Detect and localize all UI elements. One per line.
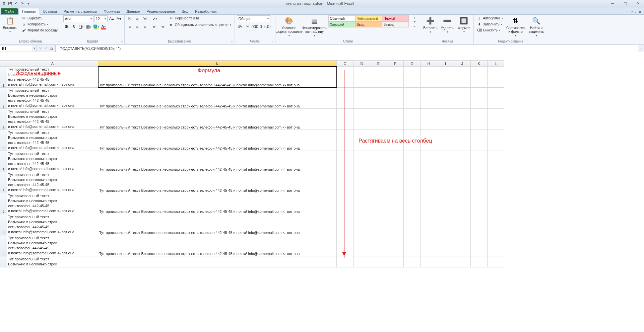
cell-empty[interactable] (437, 193, 454, 214)
align-top-icon[interactable]: ⇱ (127, 15, 133, 22)
name-box-dropdown-icon[interactable]: ▾ (32, 46, 37, 51)
save-icon[interactable]: 💾 (7, 1, 13, 6)
cell-empty[interactable] (353, 256, 370, 267)
cell-empty[interactable] (421, 151, 437, 172)
cell-empty[interactable] (488, 88, 504, 109)
fill-button[interactable]: ⬇Заполнить▾ (476, 21, 504, 27)
cell-empty[interactable] (353, 130, 370, 151)
tab-formulas[interactable]: Формулы (101, 8, 123, 14)
delete-cells-button[interactable]: ➖Удалить▾ (440, 15, 455, 34)
cell-formula-result[interactable]: Тут произвольный текст Возможно в нескол… (98, 130, 337, 151)
percent-icon[interactable]: % (244, 23, 251, 30)
cell-empty[interactable] (387, 256, 404, 267)
increase-indent-icon[interactable]: ⇥ (159, 23, 166, 30)
format-painter-button[interactable]: 🖌Формат по образцу (20, 27, 59, 33)
decrease-decimal-icon[interactable]: .0← (266, 23, 273, 30)
styles-down-icon[interactable]: ▾ (411, 20, 418, 24)
formula-expand-icon[interactable]: ⌄ (638, 45, 644, 52)
align-right-icon[interactable]: ≡ (141, 23, 148, 30)
row-header[interactable] (0, 256, 7, 267)
cell-empty[interactable] (353, 193, 370, 214)
style-input[interactable]: Ввод (355, 21, 382, 27)
cell-empty[interactable] (437, 151, 454, 172)
cell-empty[interactable] (421, 172, 437, 193)
row-header[interactable]: 5 (0, 151, 7, 172)
cell-empty[interactable] (337, 193, 353, 214)
decrease-indent-icon[interactable]: ⇤ (151, 23, 158, 30)
cell-empty[interactable] (454, 214, 471, 235)
minimize-icon[interactable]: ─ (608, 1, 617, 6)
cancel-formula-icon[interactable]: ✕ (39, 46, 42, 51)
cell-empty[interactable] (471, 151, 488, 172)
cell-empty[interactable] (454, 109, 471, 130)
column-header-E[interactable]: E (370, 61, 387, 67)
fx-icon[interactable]: fx (50, 47, 53, 51)
cell-empty[interactable] (353, 172, 370, 193)
cell-empty[interactable] (488, 214, 504, 235)
cell-formula-result[interactable]: Тут произвольный текст Возможно в нескол… (98, 235, 337, 256)
cell-empty[interactable] (471, 88, 488, 109)
cell-data[interactable]: Тут произвольный текст Возможно в нескол… (7, 214, 98, 235)
cell-empty[interactable] (353, 235, 370, 256)
close-icon[interactable]: ✕ (633, 1, 643, 6)
undo-icon[interactable]: ↶ (13, 1, 19, 6)
window-close-icon[interactable]: ✕ (638, 10, 641, 14)
align-center-icon[interactable]: ≡ (134, 23, 141, 30)
cell-empty[interactable] (370, 151, 387, 172)
row-header[interactable]: 2 (0, 88, 7, 109)
cell-formula-result[interactable]: Тут произвольный текст Возможно в нескол… (98, 88, 337, 109)
underline-icon[interactable]: Ч▾ (78, 23, 85, 30)
shrink-font-icon[interactable]: A▾ (116, 15, 122, 22)
cell-data[interactable]: Тут произвольный текст Возможно в нескол… (7, 130, 98, 151)
cell-data[interactable]: Тут произвольный текст Возможно в нескол… (7, 256, 98, 267)
italic-icon[interactable]: К (71, 23, 77, 30)
qat-dropdown-icon[interactable]: ▾ (25, 1, 31, 6)
style-bad[interactable]: Плохой (382, 15, 409, 21)
cell-empty[interactable] (387, 88, 404, 109)
column-header-G[interactable]: G (404, 61, 421, 67)
cell-empty[interactable] (437, 256, 454, 267)
cell-empty[interactable] (454, 151, 471, 172)
column-header-K[interactable]: K (471, 61, 488, 67)
cell-empty[interactable] (471, 67, 488, 88)
row-header[interactable]: 8 (0, 214, 7, 235)
sort-filter-button[interactable]: ⇅Сортировка и фильтр▾ (506, 15, 525, 38)
font-dialog-icon[interactable]: ⌐ (121, 39, 123, 44)
row-header[interactable]: 3 (0, 109, 7, 130)
cell-empty[interactable] (387, 214, 404, 235)
tab-file[interactable]: Файл (1, 8, 18, 14)
cell-empty[interactable] (370, 67, 387, 88)
cell-empty[interactable] (437, 109, 454, 130)
cell-formula-result[interactable]: Тут произвольный текст Возможно в нескол… (98, 67, 337, 88)
tab-home[interactable]: Главная (18, 8, 40, 15)
cell-empty[interactable] (471, 130, 488, 151)
cell-empty[interactable] (404, 172, 421, 193)
cell-empty[interactable] (437, 172, 454, 193)
cell-empty[interactable] (370, 172, 387, 193)
clipboard-dialog-icon[interactable]: ⌐ (58, 39, 59, 44)
cell-empty[interactable] (370, 109, 387, 130)
merge-center-button[interactable]: ⬌Объединить и поместить в центре▾ (168, 22, 233, 27)
cell-empty[interactable] (404, 67, 421, 88)
select-all-corner[interactable] (0, 61, 7, 67)
cell-empty[interactable] (421, 67, 437, 88)
cell-empty[interactable] (488, 193, 504, 214)
cell-empty[interactable] (404, 130, 421, 151)
cell-formula-result[interactable]: Тут произвольный текст Возможно в нескол… (98, 214, 337, 235)
currency-icon[interactable]: ₽▾ (237, 23, 244, 30)
fill-color-icon[interactable]: 🪣▾ (93, 23, 100, 30)
worksheet-grid[interactable]: ABCDEFGHIJKL 1Тут произвольный текст Воз… (0, 60, 644, 332)
redo-icon[interactable]: ↷ (19, 1, 25, 6)
insert-cells-button[interactable]: ➕Вставить▾ (423, 15, 438, 34)
autosum-button[interactable]: ΣАвтосумма▾ (476, 15, 504, 21)
cell-empty[interactable] (471, 109, 488, 130)
cell-empty[interactable] (98, 256, 337, 267)
number-dialog-icon[interactable]: ⌐ (272, 39, 273, 44)
cell-empty[interactable] (421, 214, 437, 235)
paste-button[interactable]: 📋 Вставить ▾ (2, 15, 18, 34)
formula-input[interactable]: =ПОДСТАВИТЬ(A1;СИМВОЛ(10); " ") (56, 45, 638, 52)
cell-empty[interactable] (370, 235, 387, 256)
cell-empty[interactable] (437, 88, 454, 109)
cell-empty[interactable] (404, 256, 421, 267)
cell-empty[interactable] (421, 235, 437, 256)
